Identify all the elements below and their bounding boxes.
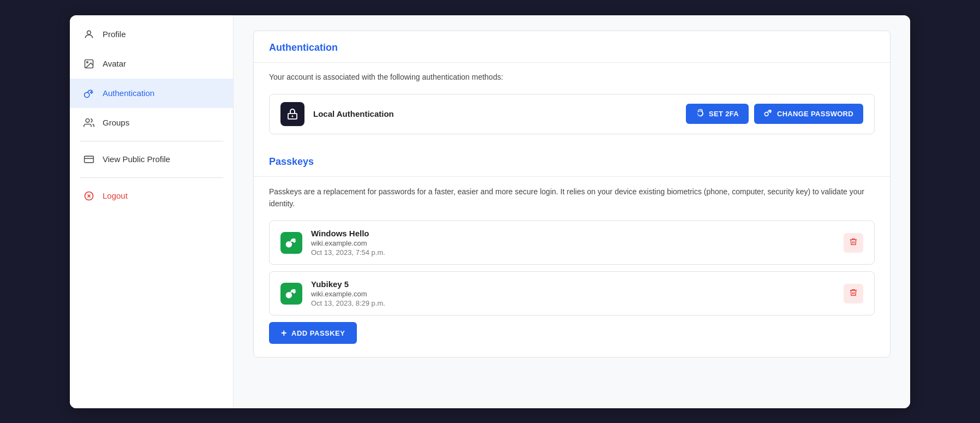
sidebar-item-view-public-profile[interactable]: View Public Profile xyxy=(70,145,233,174)
set-2fa-label: SET 2FA xyxy=(709,110,739,118)
svg-rect-5 xyxy=(85,156,94,163)
passkey-date-windows-hello: Oct 13, 2023, 7:54 p.m. xyxy=(311,248,844,257)
passkeys-header: Passkeys xyxy=(254,145,890,177)
svg-point-0 xyxy=(87,31,91,34)
sidebar-divider-2 xyxy=(80,177,223,178)
sidebar-view-public-label: View Public Profile xyxy=(103,154,170,164)
card-icon xyxy=(83,153,95,165)
delete-passkey-windows-hello-button[interactable] xyxy=(844,233,863,253)
passkey-name-yubikey5: Yubikey 5 xyxy=(311,279,844,289)
main-content: Authentication Your account is associate… xyxy=(234,15,910,408)
passkey-date-yubikey5: Oct 13, 2023, 8:29 p.m. xyxy=(311,299,844,307)
passkey-info-yubikey5: Yubikey 5 wiki.example.com Oct 13, 2023,… xyxy=(311,279,844,307)
trash-icon xyxy=(849,237,858,248)
password-key-icon xyxy=(764,109,773,119)
fingerprint-icon xyxy=(696,109,704,119)
sidebar-item-profile[interactable]: Profile xyxy=(70,20,233,49)
local-auth-icon xyxy=(280,102,304,126)
sidebar-logout-label: Logout xyxy=(103,191,128,200)
passkey-icon-yubikey5 xyxy=(280,283,302,305)
passkeys-description: Passkeys are a replacement for passwords… xyxy=(269,186,875,210)
passkey-row-yubikey5: Yubikey 5 wiki.example.com Oct 13, 2023,… xyxy=(269,271,875,315)
passkey-domain-yubikey5: wiki.example.com xyxy=(311,290,844,298)
sidebar-groups-label: Groups xyxy=(103,118,129,127)
passkey-name-windows-hello: Windows Hello xyxy=(311,229,844,238)
auth-method-name: Local Authentication xyxy=(313,109,686,118)
sidebar-item-authentication[interactable]: Authentication xyxy=(70,79,233,108)
logout-icon xyxy=(83,190,95,202)
set-2fa-button[interactable]: SET 2FA xyxy=(686,104,749,124)
image-icon xyxy=(83,58,95,70)
sidebar: Profile Avatar Authentication xyxy=(70,15,234,408)
plus-icon: + xyxy=(281,328,287,338)
auth-actions: SET 2FA CHANGE PASSWORD xyxy=(686,104,863,124)
authentication-section: Authentication Your account is associate… xyxy=(253,31,891,358)
sidebar-item-avatar[interactable]: Avatar xyxy=(70,49,233,79)
passkey-info-windows-hello: Windows Hello wiki.example.com Oct 13, 2… xyxy=(311,229,844,257)
passkeys-title: Passkeys xyxy=(269,156,314,167)
groups-icon xyxy=(83,117,95,129)
svg-point-3 xyxy=(85,92,89,97)
change-password-button[interactable]: CHANGE PASSWORD xyxy=(754,104,863,124)
authentication-description: Your account is associated with the foll… xyxy=(269,72,875,83)
svg-point-12 xyxy=(292,115,294,117)
sidebar-divider xyxy=(80,141,223,141)
svg-point-15 xyxy=(286,293,291,297)
trash-icon-2 xyxy=(849,288,858,299)
sidebar-item-groups[interactable]: Groups xyxy=(70,108,233,138)
sidebar-profile-label: Profile xyxy=(103,29,126,39)
add-passkey-label: ADD PASSKEY xyxy=(291,329,345,337)
authentication-title: Authentication xyxy=(269,42,338,53)
sidebar-item-logout[interactable]: Logout xyxy=(70,181,233,211)
passkey-row-windows-hello: Windows Hello wiki.example.com Oct 13, 2… xyxy=(269,221,875,265)
delete-passkey-yubikey5-button[interactable] xyxy=(844,284,863,303)
user-icon xyxy=(83,28,95,40)
svg-point-14 xyxy=(286,242,291,247)
svg-point-4 xyxy=(86,118,89,122)
add-passkey-button[interactable]: + ADD PASSKEY xyxy=(269,322,357,344)
change-password-label: CHANGE PASSWORD xyxy=(777,110,853,118)
svg-point-2 xyxy=(87,61,88,63)
authentication-header: Authentication xyxy=(254,31,890,63)
sidebar-authentication-label: Authentication xyxy=(103,88,154,98)
passkey-icon-windows-hello xyxy=(280,232,302,254)
svg-point-13 xyxy=(764,112,768,116)
sidebar-avatar-label: Avatar xyxy=(103,59,126,68)
passkey-domain-windows-hello: wiki.example.com xyxy=(311,239,844,247)
app-container: Profile Avatar Authentication xyxy=(70,15,910,408)
passkeys-section: Passkeys Passkeys are a replacement for … xyxy=(254,145,890,344)
key-icon xyxy=(83,87,95,99)
local-auth-row: Local Authentication SET 2FA xyxy=(269,94,875,134)
